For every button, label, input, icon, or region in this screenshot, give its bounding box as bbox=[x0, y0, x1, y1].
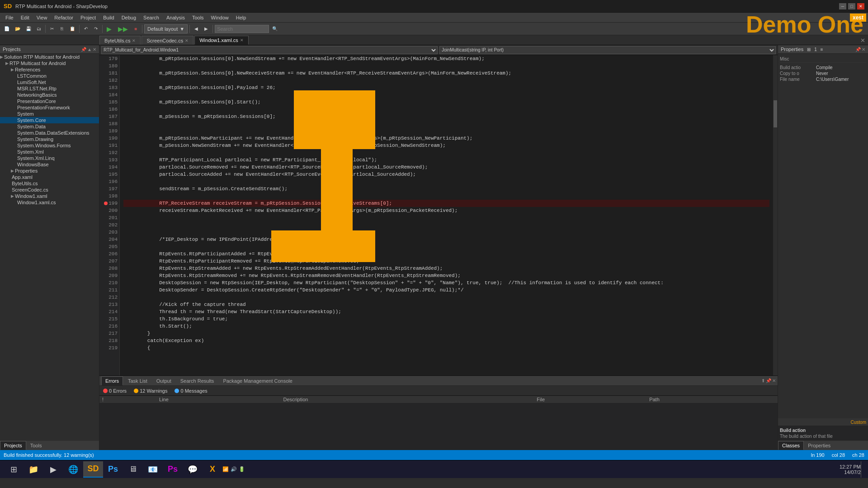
minimize-button[interactable]: ─ bbox=[839, 3, 846, 9]
props-pin-button[interactable]: 📌 bbox=[855, 47, 861, 52]
bottom-close-button[interactable]: ✕ bbox=[772, 378, 776, 383]
bottom-tab-output[interactable]: Output bbox=[152, 376, 175, 385]
undo-button[interactable]: ↶ bbox=[81, 24, 90, 33]
tree-item-properties[interactable]: ▶Properties bbox=[0, 168, 99, 174]
tab-byteutils[interactable]: ByteUtils.cs ✕ bbox=[99, 36, 141, 45]
menu-tools[interactable]: Tools bbox=[189, 14, 208, 21]
save-button[interactable]: 💾 bbox=[24, 24, 33, 33]
paste-button[interactable]: 📋 bbox=[67, 24, 77, 33]
menu-refactor[interactable]: Refactor bbox=[51, 14, 77, 21]
errors-filter-btn[interactable]: 0 Errors bbox=[101, 388, 128, 394]
bottom-tab-tasklist[interactable]: Task List bbox=[124, 376, 151, 385]
menu-edit[interactable]: Edit bbox=[17, 14, 33, 21]
menu-project[interactable]: Project bbox=[77, 14, 99, 21]
tree-item-solution-rtp-multicast-for-android[interactable]: ▶Solution RTP Multicast for Android bbox=[0, 54, 99, 60]
tree-item-references[interactable]: ▶References bbox=[0, 66, 99, 73]
taskbar-start-button[interactable]: ⊞ bbox=[4, 461, 24, 478]
menu-build[interactable]: Build bbox=[99, 14, 118, 21]
taskbar-outlook-button[interactable]: 📧 bbox=[143, 461, 163, 478]
tree-item-presentationframework[interactable]: PresentationFramework bbox=[0, 104, 99, 111]
new-file-button[interactable]: 📄 bbox=[2, 24, 12, 33]
layout-dropdown[interactable]: Default layout ▼ bbox=[144, 24, 188, 33]
tree-item-rtp-multicast-for-android[interactable]: ▶RTP Multicast for Android bbox=[0, 60, 99, 66]
tab-screencodec[interactable]: ScreenCodec.cs ✕ bbox=[142, 36, 193, 45]
panel-expand-button[interactable]: ▲ bbox=[87, 47, 92, 52]
taskbar-media-button[interactable]: ▶ bbox=[43, 461, 63, 478]
close-button[interactable]: ✕ bbox=[857, 3, 864, 9]
tree-item-windowsbase[interactable]: WindowsBase bbox=[0, 161, 99, 168]
run-debug-button[interactable]: ▶▶ bbox=[116, 24, 130, 33]
bottom-tab-errors[interactable]: Errors bbox=[101, 376, 123, 385]
props-close-button[interactable]: ✕ bbox=[862, 47, 865, 52]
search-go-button[interactable]: 🔍 bbox=[270, 24, 280, 33]
taskbar-show-desktop-button[interactable] bbox=[861, 461, 864, 478]
stop-button[interactable]: ■ bbox=[131, 24, 140, 33]
tree-item-window1-xaml[interactable]: ▶Window1.xaml bbox=[0, 193, 99, 199]
tree-item-system-windows-forms[interactable]: System.Windows.Forms bbox=[0, 142, 99, 149]
tab-window1-cs[interactable]: Window1.xaml.cs ✕ bbox=[194, 36, 249, 45]
taskbar-xest-button[interactable]: X bbox=[203, 461, 222, 478]
tree-item-lstcommon[interactable]: LSTCommon bbox=[0, 73, 99, 79]
taskbar-ps-button[interactable]: Ps bbox=[103, 461, 123, 478]
class-selector[interactable]: RTP_Multicast_for_Android.Window1 bbox=[101, 46, 438, 54]
tab-screencodec-close[interactable]: ✕ bbox=[185, 38, 189, 43]
run-button[interactable]: ▶ bbox=[104, 24, 114, 33]
tree-item-lumisoft-net[interactable]: LumiSoft.Net bbox=[0, 79, 99, 85]
save-all-button[interactable]: 🗂 bbox=[34, 24, 43, 33]
copy-button[interactable]: ⎘ bbox=[57, 24, 66, 33]
menu-debug[interactable]: Debug bbox=[118, 14, 140, 21]
tree-item-system-xml-linq[interactable]: System.Xml.Linq bbox=[0, 155, 99, 161]
tree-item-system-xml[interactable]: System.Xml bbox=[0, 149, 99, 155]
warnings-filter-btn[interactable]: 12 Warnings bbox=[132, 388, 169, 394]
redo-button[interactable]: ↷ bbox=[91, 24, 100, 33]
tree-item-app-xaml[interactable]: App.xaml bbox=[0, 174, 99, 180]
scrollbar-handle[interactable] bbox=[774, 100, 777, 127]
tab-properties[interactable]: Properties bbox=[804, 441, 835, 450]
open-button[interactable]: 📂 bbox=[13, 24, 23, 33]
menu-search[interactable]: Search bbox=[140, 14, 163, 21]
code-content[interactable]: m_pRtpSession.Sessions[0].NewSendStream … bbox=[120, 55, 773, 375]
tree-item-presentationcore[interactable]: PresentationCore bbox=[0, 98, 99, 104]
panel-close-button[interactable]: ✕ bbox=[93, 47, 96, 52]
search-input[interactable] bbox=[215, 25, 269, 33]
menu-file[interactable]: File bbox=[2, 14, 17, 21]
menu-window[interactable]: Window bbox=[208, 14, 232, 21]
tree-item-system-core[interactable]: System.Core bbox=[0, 117, 99, 123]
tab-classes[interactable]: Classes bbox=[778, 441, 804, 450]
tree-item-window1-xaml-cs[interactable]: Window1.xaml.cs bbox=[0, 199, 99, 206]
tree-item-networkingbasics[interactable]: NetworkingBasics bbox=[0, 92, 99, 98]
menu-view[interactable]: View bbox=[33, 14, 51, 21]
taskbar-dev-button[interactable]: SD bbox=[83, 461, 103, 478]
tree-item-system-data-datasetextensions[interactable]: System.Data.DataSetExtensions bbox=[0, 130, 99, 136]
tab-byteutils-close[interactable]: ✕ bbox=[132, 38, 136, 43]
maximize-button[interactable]: □ bbox=[848, 3, 855, 9]
nav-fwd-button[interactable]: ▶ bbox=[202, 24, 211, 33]
taskbar-app5-button[interactable]: 🖥 bbox=[123, 461, 143, 478]
cut-button[interactable]: ✂ bbox=[47, 24, 57, 33]
messages-filter-btn[interactable]: 0 Messages bbox=[173, 388, 209, 394]
tab-tools[interactable]: Tools bbox=[26, 441, 46, 450]
tree-item-msr-lst-net-rtp[interactable]: MSR.LST.Net.Rtp bbox=[0, 85, 99, 92]
taskbar-skype-button[interactable]: 💬 bbox=[183, 461, 203, 478]
menu-analysis[interactable]: Analysis bbox=[163, 14, 189, 21]
scrollbar[interactable] bbox=[773, 55, 778, 375]
close-tab-panel-button[interactable]: ✕ bbox=[858, 36, 868, 45]
tree-item-system-data[interactable]: System.Data bbox=[0, 123, 99, 130]
panel-pin-button[interactable]: 📌 bbox=[81, 47, 86, 52]
tree-item-screencodec-cs[interactable]: ScreenCodec.cs bbox=[0, 187, 99, 193]
tree-item-byteutils-cs[interactable]: ByteUtils.cs bbox=[0, 180, 99, 187]
bottom-pin-button[interactable]: 📌 bbox=[766, 378, 771, 383]
tree-item-system-drawing[interactable]: System.Drawing bbox=[0, 136, 99, 142]
method-selector[interactable]: JoinMulticast(string IP, int Port) bbox=[439, 46, 776, 54]
taskbar-app7-button[interactable]: Ps bbox=[163, 461, 183, 478]
bottom-tab-searchresults[interactable]: Search Results bbox=[176, 376, 218, 385]
bottom-tab-packageconsole[interactable]: Package Management Console bbox=[219, 376, 296, 385]
nav-back-button[interactable]: ◀ bbox=[192, 24, 201, 33]
taskbar-explorer-button[interactable]: 📁 bbox=[24, 461, 43, 478]
tab-projects[interactable]: Projects bbox=[0, 441, 26, 450]
code-editor[interactable]: 1791801811821831841851861871881891901911… bbox=[99, 55, 778, 375]
taskbar-chrome-button[interactable]: 🌐 bbox=[63, 461, 83, 478]
tree-item-system[interactable]: System bbox=[0, 111, 99, 117]
menu-help[interactable]: Help bbox=[232, 14, 250, 21]
tab-window1-cs-close[interactable]: ✕ bbox=[240, 38, 244, 42]
